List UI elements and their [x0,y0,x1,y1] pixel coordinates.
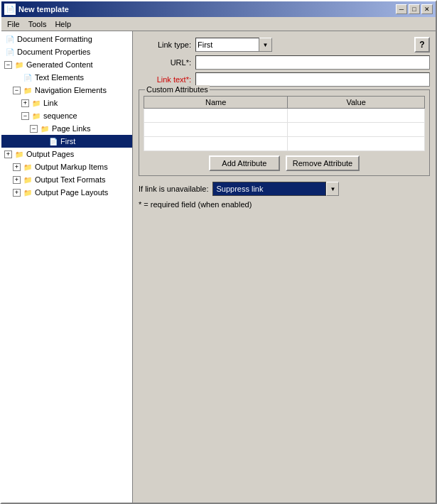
window-icon: 📄 [4,4,16,15]
sidebar-label-output-pages: Output Pages [26,150,74,158]
text-elements-icon: 📄 [22,72,33,83]
custom-attributes-group: Custom Attributes Name Value [139,89,430,176]
sidebar-item-page-links[interactable]: − 📁 Page Links [1,122,132,135]
help-button[interactable]: ? [414,37,430,53]
link-type-row: Link type: First ▼ ? [139,37,430,53]
attr-name-cell [144,109,288,123]
toggle-sequence[interactable]: − [21,112,29,120]
unavailable-row: If link is unavailable: Suppress linkSho… [139,182,430,196]
sidebar-label-doc-properties: Document Properties [17,48,90,56]
sidebar-item-link[interactable]: + 📁 Link [1,97,132,109]
generated-content-icon: 📁 [14,59,25,70]
sidebar-item-output-text[interactable]: + 📁 Output Text Formats [1,173,132,186]
attr-value-cell [288,123,425,137]
menu-tools[interactable]: Tools [24,18,51,30]
sidebar-label-output-text: Output Text Formats [35,175,105,184]
sidebar-item-doc-properties[interactable]: 📄 Document Properties [1,45,132,58]
sidebar-label-text-elements: Text Elements [35,73,84,82]
output-page-layouts-icon: 📁 [22,187,33,198]
link-text-row: Link text*: [139,72,430,87]
sidebar-label-generated-content: Generated Content [26,60,93,69]
attr-value-cell [288,109,425,123]
toggle-output-markup[interactable]: + [13,163,21,171]
close-button[interactable]: ✕ [421,4,433,14]
suppress-select-wrapper: Suppress linkShow textHide ▼ [212,182,339,196]
sidebar-label-link: Link [43,99,58,107]
required-note: * = required field (when enabled) [139,200,430,209]
toggle-output-pages[interactable]: + [4,150,12,158]
toggle-nav-elements[interactable]: − [13,87,21,94]
link-icon: 📁 [31,97,42,109]
sidebar-item-output-page-layouts[interactable]: + 📁 Output Page Layouts [1,186,132,199]
output-pages-icon: 📁 [14,148,25,160]
attr-value-cell [288,137,425,151]
link-type-form-row: Link type: First ▼ [139,38,409,52]
sidebar-item-output-pages[interactable]: + 📁 Output Pages [1,148,132,160]
nav-elements-icon: 📁 [22,84,33,96]
sequence-icon: 📁 [31,110,42,121]
sidebar-item-first[interactable]: 📄 First [1,135,132,148]
attr-name-cell [144,123,288,137]
sidebar-label-page-links: Page Links [52,124,90,133]
col-header-name: Name [144,97,288,109]
title-buttons: ─ □ ✕ [396,4,433,14]
link-text-input[interactable] [195,72,430,87]
sidebar-label-sequence: sequence [43,111,77,120]
attributes-table-body [144,109,425,151]
output-markup-icon: 📁 [22,161,33,172]
link-text-label: Link text*: [139,75,195,84]
table-row [144,123,425,137]
toggle-generated-content[interactable]: − [4,61,12,69]
link-type-select[interactable]: First [195,38,259,52]
output-text-icon: 📁 [22,174,33,185]
attributes-table: Name Value [144,96,425,151]
toggle-output-page-layouts[interactable]: + [13,189,21,197]
first-icon: 📄 [48,136,59,147]
menu-help[interactable]: Help [50,18,75,30]
toggle-output-text[interactable]: + [13,176,21,184]
table-row [144,109,425,123]
window-title: New template [18,5,69,13]
title-bar: 📄 New template ─ □ ✕ [1,1,436,17]
url-row: URL*: [139,55,430,70]
sidebar-item-text-elements[interactable]: 📄 Text Elements [1,71,132,84]
toggle-page-links[interactable]: − [30,125,38,133]
menu-file[interactable]: File [3,18,24,30]
sidebar-label-first: First [60,137,75,146]
table-row [144,137,425,151]
menu-bar: File Tools Help [1,17,436,31]
minimize-button[interactable]: ─ [396,4,407,14]
add-attribute-button[interactable]: Add Attribute [209,155,280,171]
right-panel: Link type: First ▼ ? URL*: Link text*: [133,31,436,503]
unavailable-label: If link is unavailable: [139,185,208,193]
title-bar-left: 📄 New template [4,4,69,15]
sidebar-item-doc-formatting[interactable]: 📄 Document Formatting [1,33,132,45]
remove-attribute-button[interactable]: Remove Attribute [286,155,360,171]
main-window: 📄 New template ─ □ ✕ File Tools Help 📄 D… [0,0,437,504]
sidebar-item-generated-content[interactable]: − 📁 Generated Content [1,58,132,71]
sidebar-label-output-markup: Output Markup Items [35,163,108,171]
sidebar-label-output-page-layouts: Output Page Layouts [35,188,108,197]
attr-buttons-row: Add Attribute Remove Attribute [144,155,425,171]
url-label: URL*: [139,58,195,67]
maximize-button[interactable]: □ [409,4,420,14]
toggle-link[interactable]: + [21,99,29,107]
page-links-icon: 📁 [39,123,50,134]
sidebar-tree: 📄 Document Formatting 📄 Document Propert… [1,31,133,503]
sidebar-label-nav-elements: Navigation Elements [35,86,107,94]
url-input[interactable] [195,55,430,70]
doc-properties-icon: 📄 [4,46,16,57]
sidebar-label-doc-formatting: Document Formatting [17,35,92,43]
link-type-arrow[interactable]: ▼ [259,38,272,52]
link-type-select-wrapper: First ▼ [195,38,272,52]
unavailable-select[interactable]: Suppress linkShow textHide [212,182,326,196]
suppress-arrow[interactable]: ▼ [326,182,339,196]
col-header-value: Value [288,97,425,109]
sidebar-item-sequence[interactable]: − 📁 sequence [1,109,132,122]
sidebar-item-output-markup[interactable]: + 📁 Output Markup Items [1,160,132,173]
main-area: 📄 Document Formatting 📄 Document Propert… [1,31,436,503]
sidebar-item-nav-elements[interactable]: − 📁 Navigation Elements [1,84,132,97]
doc-formatting-icon: 📄 [4,33,16,45]
link-type-label: Link type: [139,40,195,49]
attr-name-cell [144,137,288,151]
